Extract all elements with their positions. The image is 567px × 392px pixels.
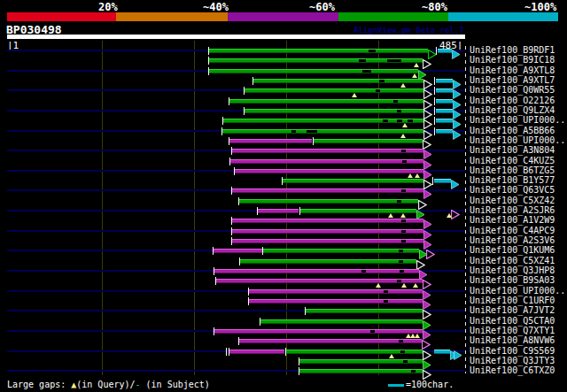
segment-boundary-tick	[208, 47, 209, 55]
large-gap-query-triangle-icon	[402, 123, 408, 127]
alignment-bar-segment[interactable]	[214, 329, 423, 334]
subject-gap-dash	[401, 219, 406, 222]
alignment-bar-segment[interactable]	[240, 259, 416, 264]
alignment-bar-segment[interactable]	[216, 279, 423, 283]
alignment-bar-segment[interactable]	[263, 249, 419, 253]
segment-boundary-tick	[299, 357, 299, 365]
row-label[interactable]: UniRef100_UPI000..	[470, 136, 565, 145]
alignment-bar-segment[interactable]	[229, 139, 312, 143]
alignment-bar-segment[interactable]	[249, 289, 423, 294]
alignment-bar-segment[interactable]	[209, 69, 418, 73]
row-label[interactable]: UniRef100_A9XTL8	[470, 66, 555, 75]
segment-boundary-tick	[234, 167, 235, 175]
segment-boundary-tick	[222, 117, 223, 125]
row-label[interactable]: UniRef100_Q0WR55	[470, 86, 555, 95]
row-label[interactable]: UniRef100_C9S569	[470, 347, 555, 356]
segment-boundary-tick	[262, 247, 263, 255]
row-label[interactable]: UniRef100_Q5CTA0	[470, 317, 555, 326]
alignment-bar-segment[interactable]	[306, 309, 423, 313]
row-label[interactable]: UniRef100_B9RDF1	[470, 46, 555, 55]
row-label[interactable]: UniRef100_Q9LZX4	[470, 106, 555, 115]
alignment-bar-segment[interactable]	[239, 339, 422, 343]
extension-start-tick	[434, 117, 435, 125]
alignment-bar-segment[interactable]	[229, 350, 284, 354]
row-label[interactable]: UniRef100_Q63VC5	[470, 186, 555, 195]
row-label[interactable]: UniRef100_B9SA03	[470, 276, 555, 285]
extension-arrow-icon	[454, 347, 462, 364]
extension-bar[interactable]	[434, 179, 451, 183]
segment-boundary-tick	[214, 267, 214, 275]
large-gap-query-triangle-icon	[447, 213, 452, 218]
row-label[interactable]: UniRef100_B1Y577	[470, 176, 555, 185]
row-label[interactable]: UniRef100_UPI000..	[470, 116, 565, 125]
subject-gap-dash	[411, 370, 416, 373]
alignment-bar-segment[interactable]	[214, 249, 262, 253]
alignment-bar-segment[interactable]	[260, 319, 423, 324]
row-label[interactable]: UniRef100_Q3JTY3	[470, 357, 555, 365]
row-label[interactable]: UniRef100_A2S3V6	[470, 236, 555, 245]
extension-arrow-icon	[453, 127, 462, 143]
row-label[interactable]: UniRef100_Q1KUM6	[470, 246, 555, 255]
row-label[interactable]: UniRef100_A1V2W9	[470, 216, 555, 225]
alignment-bar-segment[interactable]	[245, 88, 423, 93]
alignment-bar-segment[interactable]	[230, 159, 423, 164]
row-label[interactable]: UniRef100_A7JVT2	[470, 306, 555, 315]
row-label[interactable]: UniRef100_Q3JHP8	[470, 266, 555, 275]
alignment-bar-segment[interactable]	[235, 169, 423, 173]
extension-bar[interactable]	[436, 109, 453, 113]
alignment-bar-segment[interactable]	[258, 209, 299, 213]
subject-gap-dash	[383, 119, 388, 122]
alignment-bar-segment[interactable]	[232, 149, 423, 153]
subject-gap-dash	[370, 330, 375, 333]
subject-gap-dash	[397, 280, 401, 282]
row-label[interactable]: UniRef100_C5XZ42	[470, 196, 555, 205]
row-label[interactable]: UniRef100_B9IC18	[470, 56, 555, 65]
alignment-bar-segment[interactable]	[222, 129, 423, 134]
alignment-bar-segment[interactable]	[209, 49, 428, 53]
alignment-bar-segment[interactable]	[232, 229, 423, 234]
extension-bar[interactable]	[436, 119, 453, 123]
extension-bar[interactable]	[436, 99, 453, 104]
alignment-bar-segment[interactable]	[249, 299, 423, 304]
row-label[interactable]: UniRef100_C5XZ41	[470, 257, 555, 265]
row-label[interactable]: UniRef100_A2SJR6	[470, 206, 555, 215]
alignment-bar-segment[interactable]	[232, 219, 423, 223]
subject-gap-dash	[359, 59, 366, 62]
large-gap-query-triangle-icon	[408, 173, 413, 178]
alignment-bar-segment[interactable]	[223, 119, 423, 123]
extension-bar[interactable]	[436, 79, 453, 83]
segment-boundary-tick	[238, 197, 239, 205]
row-label[interactable]: UniRef100_B6TZG5	[470, 166, 555, 175]
alignment-bar-segment[interactable]	[299, 369, 423, 373]
extension-bar[interactable]	[436, 88, 453, 93]
row-label[interactable]: UniRef100_C4APC9	[470, 227, 555, 235]
segment-boundary-tick	[231, 147, 232, 155]
row-label[interactable]: UniRef100_C1URF0	[470, 296, 555, 305]
subject-gap-dash	[379, 80, 384, 82]
row-label[interactable]: UniRef100_Q7XTY1	[470, 327, 555, 335]
alignment-bar-segment[interactable]	[214, 269, 419, 273]
extension-start-tick	[434, 107, 435, 115]
subject-gap-dash	[397, 110, 401, 112]
alignment-bar-segment[interactable]	[253, 79, 423, 83]
alignment-bar-segment[interactable]	[239, 199, 418, 204]
bar-end-arrow-icon	[426, 246, 435, 263]
alignment-bar-segment[interactable]	[299, 209, 416, 213]
row-label[interactable]: UniRef100_A5BB66	[470, 127, 555, 135]
extension-bar[interactable]	[434, 350, 450, 354]
row-label[interactable]: UniRef100_A9XTL7	[470, 76, 555, 85]
row-label[interactable]: UniRef100_O22126	[470, 96, 555, 105]
extension-bar[interactable]	[438, 49, 452, 53]
row-label[interactable]: UniRef100_C4KUZ5	[470, 157, 555, 165]
row-label[interactable]: UniRef100_A3N804	[470, 146, 555, 155]
row-label[interactable]: UniRef100_UPI000..	[470, 287, 565, 296]
alignment-bar-segment[interactable]	[232, 188, 423, 193]
scalebar-percent-label: ~60%	[309, 1, 335, 13]
row-label[interactable]: UniRef100_C6TXZ0	[470, 366, 555, 375]
alignment-bar-segment[interactable]	[283, 179, 423, 183]
extension-bar[interactable]	[436, 129, 453, 134]
row-label[interactable]: UniRef100_A8NVW6	[470, 336, 555, 345]
alignment-bar-segment[interactable]	[313, 139, 423, 143]
alignment-bar-segment[interactable]	[232, 239, 423, 243]
subject-gap-dash	[403, 360, 408, 363]
